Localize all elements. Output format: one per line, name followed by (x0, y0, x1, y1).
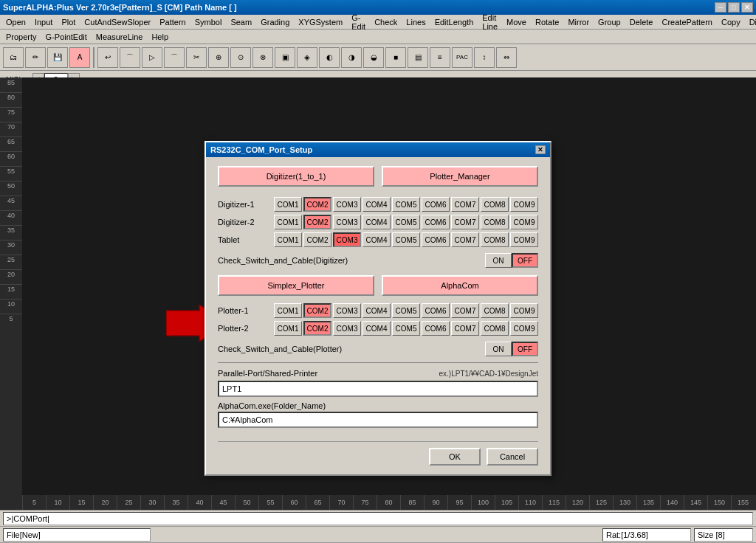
menu-mirror[interactable]: Mirror (563, 16, 594, 28)
digitizer2-com5[interactable]: COM5 (392, 215, 420, 229)
toolbar-btn-pac[interactable]: PAC (452, 47, 472, 68)
alphacom-button[interactable]: AlphaCom (382, 275, 538, 296)
plotter1-com3[interactable]: COM3 (333, 303, 361, 318)
toolbar-btn-15[interactable]: ◐ (319, 47, 340, 68)
plotter1-com4[interactable]: COM4 (362, 303, 391, 318)
toolbar-btn-1[interactable]: 🗂 (3, 47, 24, 68)
digitizer1-com3[interactable]: COM3 (333, 197, 361, 212)
tablet-com4[interactable]: COM4 (362, 232, 391, 247)
digitizer2-com3[interactable]: COM3 (333, 215, 361, 229)
toolbar-btn-21[interactable]: ↕ (474, 47, 495, 68)
toolbar-btn-22[interactable]: ⇔ (496, 47, 517, 68)
toolbar-btn-13[interactable]: ▣ (275, 47, 295, 68)
menu-gpointedit[interactable]: G-PointEdit (41, 31, 92, 43)
toolbar-btn-3[interactable]: 💾 (47, 47, 68, 68)
ok-button[interactable]: OK (429, 448, 481, 466)
menu-display[interactable]: Display (745, 16, 756, 28)
digitizer1-com9[interactable]: COM9 (510, 197, 538, 212)
toolbar-btn-9[interactable]: ✂ (186, 47, 207, 68)
menu-grading[interactable]: Grading (256, 16, 294, 28)
digitizer-tab-button[interactable]: Digitizer(1_to_1) (218, 166, 374, 187)
menu-help[interactable]: Help (147, 31, 173, 43)
check-plotter-on-button[interactable]: ON (485, 342, 512, 356)
toolbar-btn-5[interactable]: ↩ (97, 47, 118, 68)
plotter1-com1[interactable]: COM1 (274, 303, 302, 318)
check-plotter-off-button[interactable]: OFF (512, 342, 538, 356)
tablet-com5[interactable]: COM5 (392, 232, 420, 247)
digitizer2-com1[interactable]: COM1 (274, 215, 302, 229)
check-digitizer-off-button[interactable]: OFF (512, 253, 538, 268)
tablet-com8[interactable]: COM8 (481, 232, 509, 247)
menu-lines[interactable]: Lines (402, 16, 430, 28)
digitizer1-com5[interactable]: COM5 (392, 197, 420, 212)
digitizer1-com1[interactable]: COM1 (274, 197, 302, 212)
menu-gedit[interactable]: G-Edit (347, 12, 370, 32)
plotter2-com8[interactable]: COM8 (481, 321, 509, 336)
digitizer1-com8[interactable]: COM8 (481, 197, 509, 212)
menu-delete[interactable]: Delete (625, 16, 658, 28)
parallel-port-input[interactable] (218, 381, 538, 397)
toolbar-btn-6[interactable]: ⌒ (120, 47, 140, 68)
plotter1-com7[interactable]: COM7 (451, 303, 479, 318)
menu-property[interactable]: Property (1, 31, 41, 43)
menu-xygsystem[interactable]: XYGSystem (294, 16, 347, 28)
menu-check[interactable]: Check (370, 16, 402, 28)
toolbar-btn-7[interactable]: ▷ (142, 47, 162, 68)
toolbar-btn-2[interactable]: ✏ (25, 47, 46, 68)
dialog-close-button[interactable]: ✕ (535, 145, 546, 154)
plotter1-com6[interactable]: COM6 (422, 303, 450, 318)
digitizer2-com8[interactable]: COM8 (481, 215, 509, 229)
menu-editlength[interactable]: EditLength (430, 16, 478, 28)
digitizer1-com2[interactable]: COM2 (303, 197, 331, 212)
menu-rotate[interactable]: Rotate (531, 16, 563, 28)
plotter1-com8[interactable]: COM8 (481, 303, 509, 318)
digitizer2-com7[interactable]: COM7 (451, 215, 479, 229)
maximize-button[interactable]: □ (728, 2, 740, 13)
simplex-plotter-button[interactable]: Simplex_Plotter (218, 275, 374, 296)
plotter2-com5[interactable]: COM5 (392, 321, 420, 336)
plotter2-com7[interactable]: COM7 (451, 321, 479, 336)
menu-plot[interactable]: Plot (57, 16, 80, 28)
menu-createpattern[interactable]: CreatePattern (657, 16, 716, 28)
plotter1-com9[interactable]: COM9 (510, 303, 538, 318)
tablet-com1[interactable]: COM1 (274, 232, 302, 247)
check-digitizer-on-button[interactable]: ON (485, 253, 512, 268)
plotter2-com2[interactable]: COM2 (303, 321, 331, 336)
tablet-com6[interactable]: COM6 (422, 232, 450, 247)
digitizer2-com2[interactable]: COM2 (303, 215, 331, 229)
digitizer1-com4[interactable]: COM4 (362, 197, 391, 212)
digitizer2-com9[interactable]: COM9 (510, 215, 538, 229)
toolbar-btn-4[interactable]: A (69, 47, 90, 68)
menu-copy[interactable]: Copy (717, 16, 745, 28)
menu-cutandsewsloper[interactable]: CutAndSewSloper (80, 16, 155, 28)
toolbar-btn-10[interactable]: ⊕ (208, 47, 229, 68)
toolbar-btn-19[interactable]: ▤ (408, 47, 428, 68)
plotter1-com2[interactable]: COM2 (303, 303, 331, 318)
toolbar-btn-20[interactable]: ≡ (430, 47, 450, 68)
menu-symbol[interactable]: Symbol (190, 16, 227, 28)
toolbar-btn-16[interactable]: ◑ (341, 47, 362, 68)
tablet-com7[interactable]: COM7 (451, 232, 479, 247)
menu-input[interactable]: Input (30, 16, 57, 28)
cancel-button[interactable]: Cancel (487, 448, 538, 466)
toolbar-btn-12[interactable]: ⊗ (252, 47, 273, 68)
digitizer2-com4[interactable]: COM4 (362, 215, 391, 229)
plotter1-com5[interactable]: COM5 (392, 303, 420, 318)
menu-move[interactable]: Move (502, 16, 531, 28)
digitizer1-com7[interactable]: COM7 (451, 197, 479, 212)
alphacom-exe-input[interactable] (218, 412, 538, 428)
menu-seam[interactable]: Seam (226, 16, 256, 28)
plotter-manager-tab-button[interactable]: Plotter_Manager (382, 166, 538, 187)
menu-editline[interactable]: Edit Line (478, 12, 502, 32)
menu-group[interactable]: Group (594, 16, 625, 28)
toolbar-btn-18[interactable]: ■ (385, 47, 406, 68)
menu-open[interactable]: Open (1, 16, 30, 28)
plotter2-com3[interactable]: COM3 (333, 321, 361, 336)
digitizer2-com6[interactable]: COM6 (422, 215, 450, 229)
tablet-com2[interactable]: COM2 (303, 232, 331, 247)
menu-pattern[interactable]: Pattern (155, 16, 190, 28)
digitizer1-com6[interactable]: COM6 (422, 197, 450, 212)
menu-measureline[interactable]: MeasureLine (92, 31, 148, 43)
minimize-button[interactable]: ─ (715, 2, 726, 13)
plotter2-com1[interactable]: COM1 (274, 321, 302, 336)
